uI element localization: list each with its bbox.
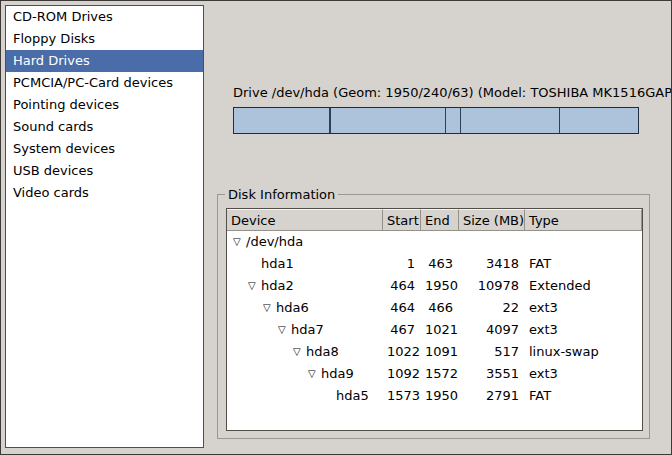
end-cell: 466 (421, 297, 459, 319)
table-row[interactable]: ▽hda2464195010978Extended (227, 275, 642, 297)
column-header[interactable]: End (421, 209, 459, 231)
size-cell: 517 (459, 341, 525, 363)
table-row[interactable]: ▽hda9109215723551ext3 (227, 363, 642, 385)
drive-title: Drive /dev/hda (Geom: 1950/240/63) (Mode… (233, 85, 641, 100)
partition-segment[interactable] (446, 108, 461, 133)
disk-table-body: ▽/dev/hdahda114633418FAT▽hda246419501097… (227, 231, 642, 430)
table-row[interactable]: ▽hda746710214097ext3 (227, 319, 642, 341)
type-cell: linux-swap (525, 341, 642, 363)
device-cell: hda5 (227, 385, 383, 407)
end-cell: 1950 (421, 275, 459, 297)
size-cell: 2791 (459, 385, 525, 407)
end-cell: 1572 (421, 363, 459, 385)
sidebar-list: CD-ROM DrivesFloppy DisksHard DrivesPCMC… (5, 5, 204, 448)
disk-table: DeviceStartEndSize (MB)Type ▽/dev/hdahda… (226, 208, 643, 431)
start-cell: 1092 (383, 363, 421, 385)
sidebar-item[interactable]: PCMCIA/PC-Card devices (6, 72, 203, 94)
sidebar-item[interactable]: Pointing devices (6, 94, 203, 116)
size-cell: 22 (459, 297, 525, 319)
table-row[interactable]: hda5157319502791FAT (227, 385, 642, 407)
disk-information-frame: Disk Information DeviceStartEndSize (MB)… (217, 187, 650, 439)
sidebar-item[interactable]: Video cards (6, 182, 203, 204)
sidebar-item[interactable]: USB devices (6, 160, 203, 182)
end-cell: 1091 (421, 341, 459, 363)
sidebar-item[interactable]: Sound cards (6, 116, 203, 138)
table-row[interactable]: hda114633418FAT (227, 253, 642, 275)
end-cell (421, 231, 459, 253)
start-cell: 464 (383, 275, 421, 297)
size-cell: 4097 (459, 319, 525, 341)
column-header[interactable]: Size (MB) (459, 209, 525, 231)
device-cell: ▽hda7 (227, 319, 383, 341)
type-cell: ext3 (525, 363, 642, 385)
type-cell: ext3 (525, 297, 642, 319)
device-label: hda6 (276, 300, 309, 315)
type-cell (525, 231, 642, 253)
device-cell: ▽hda6 (227, 297, 383, 319)
partition-segment[interactable] (331, 108, 446, 133)
disk-table-header: DeviceStartEndSize (MB)Type (227, 209, 642, 231)
expander-open-icon[interactable]: ▽ (263, 300, 276, 316)
sidebar-item[interactable]: Floppy Disks (6, 28, 203, 50)
expander-open-icon[interactable]: ▽ (248, 278, 261, 294)
size-cell: 3418 (459, 253, 525, 275)
main-panel: Drive /dev/hda (Geom: 1950/240/63) (Mode… (211, 1, 671, 454)
device-label: /dev/hda (246, 234, 303, 249)
start-cell: 467 (383, 319, 421, 341)
type-cell: FAT (525, 253, 642, 275)
type-cell: FAT (525, 385, 642, 407)
end-cell: 463 (421, 253, 459, 275)
size-cell (459, 231, 525, 253)
start-cell: 1022 (383, 341, 421, 363)
expander-open-icon[interactable]: ▽ (293, 344, 306, 360)
start-cell (383, 231, 421, 253)
partition-segment[interactable] (560, 108, 638, 133)
device-cell: ▽hda2 (227, 275, 383, 297)
disk-information-label: Disk Information (225, 187, 338, 202)
partition-segment[interactable] (461, 108, 560, 133)
table-row[interactable]: ▽/dev/hda (227, 231, 642, 253)
expander-open-icon[interactable]: ▽ (278, 322, 291, 338)
device-cell: ▽/dev/hda (227, 231, 383, 253)
type-cell: Extended (525, 275, 642, 297)
size-cell: 3551 (459, 363, 525, 385)
column-header[interactable]: Type (525, 209, 642, 231)
end-cell: 1021 (421, 319, 459, 341)
device-cell: hda1 (227, 253, 383, 275)
partition-bar (233, 107, 639, 134)
type-cell: ext3 (525, 319, 642, 341)
device-label: hda7 (291, 322, 324, 337)
sidebar-item[interactable]: CD-ROM Drives (6, 6, 203, 28)
table-row[interactable]: ▽hda646446622ext3 (227, 297, 642, 319)
start-cell: 464 (383, 297, 421, 319)
sidebar-item[interactable]: System devices (6, 138, 203, 160)
device-label: hda5 (336, 388, 369, 403)
column-header[interactable]: Start (383, 209, 421, 231)
device-label: hda8 (306, 344, 339, 359)
table-row[interactable]: ▽hda810221091517linux-swap (227, 341, 642, 363)
start-cell: 1573 (383, 385, 421, 407)
device-cell: ▽hda8 (227, 341, 383, 363)
device-label: hda9 (321, 366, 354, 381)
expander-open-icon[interactable]: ▽ (308, 366, 321, 382)
sidebar-item[interactable]: Hard Drives (6, 50, 203, 72)
hardware-browser-window: CD-ROM DrivesFloppy DisksHard DrivesPCMC… (0, 0, 672, 455)
device-label: hda2 (261, 278, 294, 293)
start-cell: 1 (383, 253, 421, 275)
size-cell: 10978 (459, 275, 525, 297)
column-header[interactable]: Device (227, 209, 383, 231)
end-cell: 1950 (421, 385, 459, 407)
partition-segment[interactable] (234, 108, 330, 133)
device-label: hda1 (261, 256, 294, 271)
device-cell: ▽hda9 (227, 363, 383, 385)
expander-open-icon[interactable]: ▽ (233, 234, 246, 250)
